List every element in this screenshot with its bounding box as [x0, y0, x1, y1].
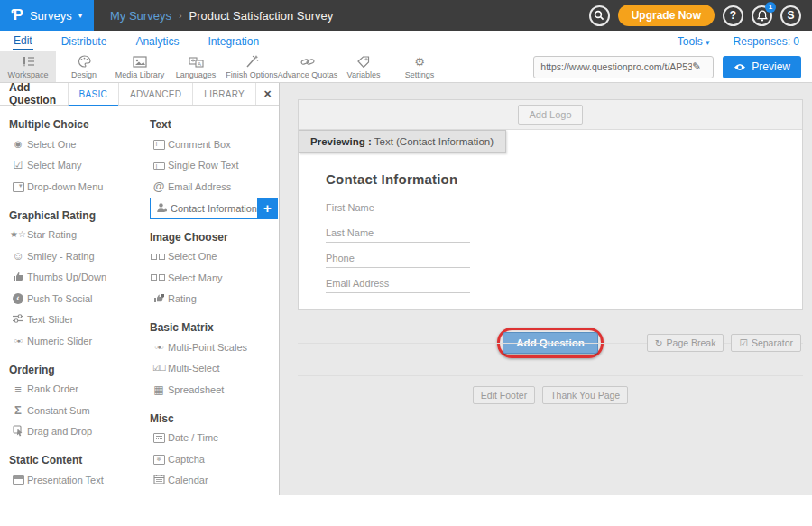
qtype-select-many[interactable]: ☑Select Many [9, 155, 144, 177]
last-name-field[interactable]: Last Name [326, 223, 470, 243]
workspace-icon [22, 55, 35, 69]
tab-integration[interactable]: Integration [207, 33, 260, 50]
logo-band: Add Logo [299, 100, 802, 130]
tab-analytics[interactable]: Analytics [134, 33, 180, 50]
page-break-button[interactable]: ↻Page Break [647, 334, 724, 352]
upgrade-now-button[interactable]: Upgrade Now [618, 5, 715, 26]
qtype-single-row-text[interactable]: Single Row Text [150, 155, 278, 177]
qtype-presentation-text[interactable]: Presentation Text [9, 469, 144, 491]
survey-page-card: Add Logo Previewing : Text (Contact Info… [298, 99, 803, 310]
chevron-down-icon: ▾ [706, 38, 710, 47]
qtype-star-rating[interactable]: ★☆Star Rating [9, 225, 144, 246]
tool-variables[interactable]: Variables [336, 51, 392, 82]
email-address-field[interactable]: Email Address [326, 273, 470, 293]
qtype-drag-and-drop[interactable]: Drag and Drop [9, 421, 144, 443]
page-break-icon: ↻ [655, 337, 663, 348]
thank-you-page-button[interactable]: Thank You Page [542, 386, 628, 404]
single-row-text-icon [150, 161, 168, 171]
product-switcher[interactable]: Ƥ Surveys ▾ [0, 0, 94, 31]
qtype-spreadsheet[interactable]: ▦Spreadsheet [150, 379, 278, 401]
question-mark-icon: ? [730, 9, 736, 22]
help-button[interactable]: ? [723, 5, 743, 26]
qtype-image-select-many[interactable]: Select Many [150, 267, 278, 289]
section-basic-matrix: Basic Matrix [150, 321, 278, 334]
qtype-multi-select[interactable]: ☑☐Multi-Select [150, 358, 278, 380]
qtype-contact-information[interactable]: Contact Information + [150, 198, 278, 219]
date-time-icon [150, 432, 168, 443]
dual-image-icon [150, 272, 168, 282]
breadcrumb-my-surveys[interactable]: My Surveys [110, 9, 171, 23]
qtype-thumbs-up-down[interactable]: Thumbs Up/Down [9, 267, 144, 289]
first-name-field[interactable]: First Name [326, 198, 470, 217]
qtype-numeric-slider[interactable]: ○●○Numeric Slider [9, 330, 144, 352]
qtype-email-address[interactable]: @Email Address [150, 176, 278, 198]
question-title: Contact Information [326, 171, 802, 187]
tab-advanced[interactable]: ADVANCED [118, 83, 192, 105]
tool-settings[interactable]: ⚙ Settings [392, 51, 448, 82]
bell-icon [757, 10, 768, 22]
captcha-icon [150, 454, 168, 465]
responses-count[interactable]: Responses: 0 [734, 35, 799, 48]
close-panel-button[interactable]: ✕ [255, 83, 279, 105]
qtype-text-slider[interactable]: Text Slider [9, 309, 144, 331]
at-icon: @ [150, 180, 168, 192]
presentation-text-icon [9, 475, 27, 485]
thumbs-up-icon [9, 271, 27, 283]
qtype-constant-sum[interactable]: ΣConstant Sum [9, 400, 144, 421]
tab-edit[interactable]: Edit [13, 32, 33, 50]
dropdown-icon [9, 181, 27, 192]
svg-text:A: A [198, 61, 201, 67]
radio-icon: ◉ [9, 140, 27, 149]
multi-point-icon: ○●○ [150, 344, 168, 350]
tool-languages[interactable]: A Languages [168, 51, 224, 82]
survey-url-input[interactable] [540, 61, 692, 72]
close-icon: ✕ [263, 88, 272, 100]
tab-library[interactable]: LIBRARY [192, 83, 255, 105]
previewing-tab: Previewing : Text (Contact Information) [299, 130, 506, 153]
qtype-rank-order[interactable]: ≡Rank Order [9, 379, 144, 401]
image-icon [133, 55, 147, 69]
sigma-icon: Σ [9, 404, 27, 416]
edit-footer-button[interactable]: Edit Footer [473, 386, 535, 404]
edit-url-icon[interactable]: ✎ [692, 60, 701, 73]
qtype-maps[interactable]: Maps [150, 491, 278, 495]
tools-menu[interactable]: Tools ▾ [678, 35, 710, 48]
tab-distribute[interactable]: Distribute [60, 33, 108, 50]
phone-field[interactable]: Phone [326, 248, 470, 268]
add-contact-information-button[interactable]: + [257, 198, 278, 219]
rank-order-icon: ≡ [9, 383, 27, 395]
qtype-date-time[interactable]: Date / Time [150, 428, 278, 449]
qtype-select-one[interactable]: ◉Select One [9, 134, 144, 155]
notifications-button[interactable]: 1 [752, 5, 772, 26]
notification-badge: 1 [765, 2, 776, 13]
qtype-image-rating[interactable]: Rating [150, 289, 278, 310]
multi-select-icon: ☑☐ [150, 365, 168, 373]
qtype-captcha[interactable]: Captcha [150, 448, 278, 470]
search-icon [594, 10, 604, 21]
qtype-smiley-rating[interactable]: ☺Smiley - Rating [9, 245, 144, 267]
tool-media-library[interactable]: Media Library [112, 51, 168, 82]
tool-advance-quotas[interactable]: Advance Quotas [280, 51, 336, 82]
qtype-calendar[interactable]: Calendar [150, 470, 278, 492]
tab-basic[interactable]: BASIC [68, 83, 119, 106]
tool-workspace[interactable]: Workspace [0, 51, 56, 82]
search-button[interactable] [589, 5, 610, 26]
tool-design[interactable]: Design [56, 51, 112, 82]
add-logo-button[interactable]: Add Logo [518, 105, 582, 125]
qtype-dropdown-menu[interactable]: Drop-down Menu [9, 176, 144, 198]
chain-link-icon [300, 55, 315, 69]
qtype-section-heading[interactable]: Section Heading [9, 491, 144, 496]
share-icon: ‹ [9, 293, 27, 304]
breadcrumb: My Surveys › Product Satisfaction Survey [110, 9, 333, 23]
breadcrumb-separator-icon: › [179, 10, 182, 21]
qtype-push-to-social[interactable]: ‹Push To Social [9, 288, 144, 309]
avatar[interactable]: S [780, 5, 801, 26]
qtype-multi-point-scales[interactable]: ○●○Multi-Point Scales [150, 337, 278, 358]
separator-button[interactable]: ☑Separator [731, 334, 801, 352]
qtype-comment-box[interactable]: Comment Box [150, 134, 278, 155]
edit-toolbar: Workspace Design Media Library A Languag… [0, 51, 812, 83]
survey-url-field[interactable]: ✎ [533, 56, 714, 78]
tool-finish-options[interactable]: Finish Options [224, 51, 280, 82]
preview-button[interactable]: Preview [723, 56, 801, 78]
qtype-image-select-one[interactable]: Select One [150, 246, 278, 268]
